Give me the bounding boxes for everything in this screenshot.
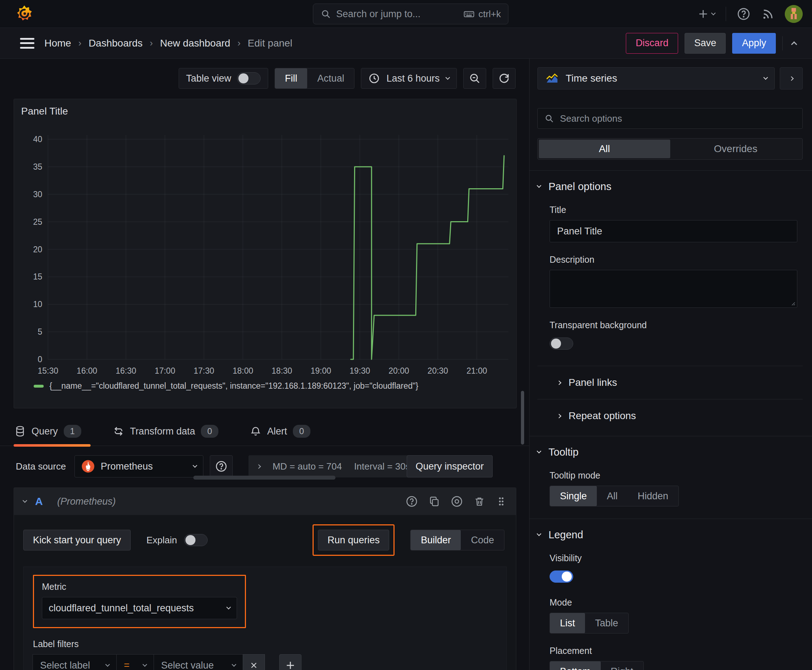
query-stats: MD = auto = 704 Interval = 30s Query ins… <box>249 455 493 477</box>
series-label: {__name__="cloudflared_tunnel_total_requ… <box>49 381 418 391</box>
legend-header[interactable]: Legend <box>537 529 803 541</box>
tab-query[interactable]: Query 1 <box>14 421 91 446</box>
user-avatar[interactable] <box>785 5 803 23</box>
tab-overrides[interactable]: Overrides <box>670 140 802 158</box>
series-color-swatch <box>34 385 44 387</box>
datasource-picker[interactable]: Prometheus <box>75 455 203 477</box>
help-button[interactable] <box>737 7 751 21</box>
open-viz-suggestions-button[interactable] <box>780 67 803 90</box>
panel-options-section: Panel options Title Description Transpar… <box>529 170 812 436</box>
repeat-options-section[interactable]: Repeat options <box>537 399 803 424</box>
time-range-picker[interactable]: Last 6 hours <box>361 68 457 89</box>
vertical-scrollbar[interactable] <box>521 391 524 445</box>
actual-option[interactable]: Actual <box>307 68 354 88</box>
apply-button[interactable]: Apply <box>732 33 776 54</box>
table-view-toggle[interactable] <box>237 72 261 85</box>
query-inspector-button[interactable]: Query inspector <box>407 455 493 477</box>
discard-button[interactable]: Discard <box>626 33 678 54</box>
edit-panel-left-pane: Table view Fill Actual Last 6 hours <box>0 59 529 670</box>
clock-icon <box>368 73 380 84</box>
svg-text:40: 40 <box>33 135 42 144</box>
fill-option[interactable]: Fill <box>275 68 308 88</box>
collapse-query-icon[interactable] <box>22 498 27 503</box>
panel-links-section[interactable]: Panel links <box>537 366 803 399</box>
panel-preview[interactable]: Panel Title 051015202530354015:3016:0016… <box>14 99 517 408</box>
svg-text:18:30: 18:30 <box>272 366 293 376</box>
options-search-placeholder: Search options <box>560 113 622 124</box>
chevron-right-icon <box>557 414 561 418</box>
explain-toggle[interactable] <box>184 534 208 546</box>
builder-option[interactable]: Builder <box>411 530 461 550</box>
breadcrumb-new-dashboard[interactable]: New dashboard <box>160 37 230 49</box>
legend-mode-table[interactable]: Table <box>585 613 628 633</box>
add-filter-button[interactable] <box>279 654 302 670</box>
select-value-dropdown[interactable]: Select value <box>154 654 243 670</box>
panel-options-header[interactable]: Panel options <box>537 181 803 193</box>
svg-text:17:00: 17:00 <box>155 366 175 376</box>
options-search-input[interactable]: Search options <box>537 108 803 129</box>
svg-text:16:00: 16:00 <box>76 366 97 376</box>
time-series-chart[interactable]: 051015202530354015:3016:0016:3017:0017:3… <box>14 99 517 380</box>
tab-alert[interactable]: Alert 0 <box>249 421 320 446</box>
collapse-options-pane-button[interactable] <box>789 40 799 47</box>
code-option[interactable]: Code <box>461 530 504 550</box>
resize-grip-icon[interactable] <box>790 300 795 306</box>
remove-filter-button[interactable] <box>243 654 265 670</box>
transparent-background-toggle[interactable] <box>549 337 573 350</box>
save-button[interactable]: Save <box>685 33 726 54</box>
refresh-button[interactable] <box>493 68 515 89</box>
run-queries-highlight: Run queries <box>312 524 395 556</box>
search-icon <box>320 8 331 19</box>
operator-dropdown[interactable]: = <box>116 654 154 670</box>
breadcrumb: Home › Dashboards › New dashboard › Edit… <box>44 37 292 49</box>
builder-code-segment: Builder Code <box>410 530 504 550</box>
run-queries-button[interactable]: Run queries <box>318 530 390 550</box>
transform-count-badge: 0 <box>201 425 219 438</box>
drag-handle-grip-icon[interactable] <box>496 496 507 507</box>
select-label-dropdown[interactable]: Select label <box>32 654 117 670</box>
tooltip-mode-single[interactable]: Single <box>550 486 597 506</box>
tab-transform-data[interactable]: Transform data 0 <box>112 421 228 446</box>
horizontal-scrollbar[interactable] <box>193 475 336 480</box>
breadcrumb-dashboards[interactable]: Dashboards <box>88 37 142 49</box>
grafana-logo-icon[interactable] <box>15 5 34 23</box>
legend-visibility-toggle[interactable] <box>549 570 573 583</box>
visualization-picker[interactable]: Time series <box>537 67 775 90</box>
query-row-header[interactable]: A (Prometheus) <box>14 488 516 515</box>
zoom-out-time-button[interactable] <box>463 68 486 89</box>
tab-all[interactable]: All <box>539 140 670 158</box>
legend-placement-bottom[interactable]: Bottom <box>550 662 601 670</box>
panel-title-input[interactable] <box>549 220 797 242</box>
query-help-icon[interactable] <box>406 495 418 508</box>
svg-text:35: 35 <box>33 162 42 171</box>
svg-text:15: 15 <box>33 272 42 281</box>
datasource-help-button[interactable] <box>210 455 233 477</box>
delete-query-trash-icon[interactable] <box>474 496 485 507</box>
news-rss-button[interactable] <box>761 7 774 20</box>
svg-text:20: 20 <box>33 245 42 254</box>
visual-query-builder: Metric cloudflared_tunnel_total_requests… <box>23 567 507 670</box>
menu-toggle-icon[interactable] <box>20 38 34 49</box>
tooltip-mode-all[interactable]: All <box>597 486 627 506</box>
options-filter-tabs: All Overrides <box>537 138 803 160</box>
metric-select[interactable]: cloudflared_tunnel_total_requests <box>42 597 237 619</box>
table-view-control: Table view <box>179 68 268 89</box>
chart-legend[interactable]: {__name__="cloudflared_tunnel_total_requ… <box>34 381 418 391</box>
svg-text:0: 0 <box>37 355 42 364</box>
global-search-input[interactable]: Search or jump to... ctrl+k <box>313 3 509 24</box>
kick-start-query-button[interactable]: Kick start your query <box>23 530 131 550</box>
panel-description-textarea[interactable] <box>550 270 797 308</box>
add-new-button[interactable] <box>697 8 715 20</box>
label-filter-row: Select label = Select value <box>33 654 265 670</box>
tooltip-header[interactable]: Tooltip <box>537 446 803 458</box>
duplicate-query-icon[interactable] <box>429 496 440 507</box>
tooltip-mode-hidden[interactable]: Hidden <box>627 486 678 506</box>
legend-placement-right[interactable]: Right <box>601 662 643 670</box>
metric-highlight: Metric cloudflared_tunnel_total_requests <box>33 575 246 628</box>
datasource-value: Prometheus <box>101 461 188 472</box>
fill-actual-segment: Fill Actual <box>275 68 355 89</box>
chevron-right-icon[interactable] <box>256 464 261 469</box>
toggle-visibility-eye-icon[interactable] <box>451 495 463 508</box>
breadcrumb-home[interactable]: Home <box>44 37 71 49</box>
legend-mode-list[interactable]: List <box>550 613 585 633</box>
